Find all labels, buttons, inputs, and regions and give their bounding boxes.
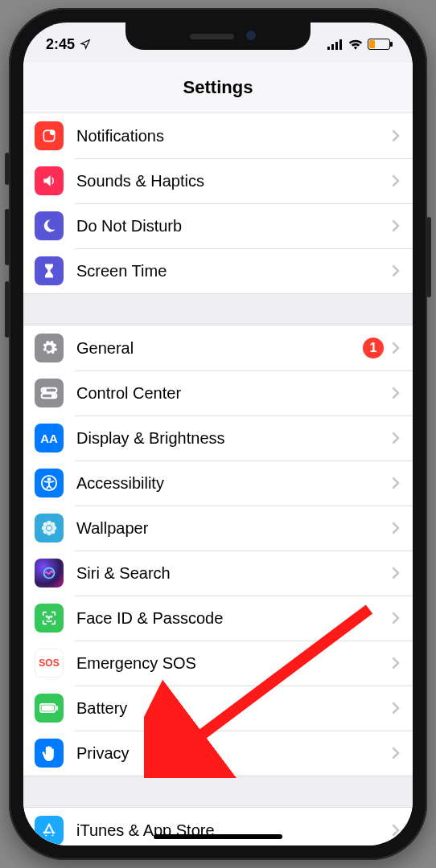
notifications-icon bbox=[35, 121, 64, 150]
sos-icon: SOS bbox=[35, 649, 64, 678]
chevron-right-icon bbox=[392, 657, 400, 669]
chevron-right-icon bbox=[392, 387, 400, 399]
section-gap bbox=[23, 776, 413, 808]
row-display[interactable]: AA Display & Brightness bbox=[23, 416, 413, 461]
battery-icon bbox=[368, 39, 390, 50]
svg-point-18 bbox=[51, 522, 56, 527]
svg-point-5 bbox=[50, 130, 56, 136]
row-label: Face ID & Passcode bbox=[76, 609, 392, 628]
appstore-icon bbox=[35, 816, 64, 845]
row-label: Do Not Disturb bbox=[76, 217, 392, 235]
row-label: Accessibility bbox=[76, 474, 392, 493]
row-label: Siri & Search bbox=[76, 564, 392, 583]
hand-icon bbox=[35, 739, 64, 768]
gear-icon bbox=[35, 334, 64, 362]
row-privacy[interactable]: Privacy bbox=[23, 731, 413, 776]
chevron-right-icon bbox=[392, 747, 400, 760]
svg-point-7 bbox=[43, 389, 46, 391]
chevron-right-icon bbox=[392, 567, 400, 579]
chevron-right-icon bbox=[392, 129, 400, 142]
svg-point-22 bbox=[47, 616, 47, 616]
siri-icon bbox=[35, 559, 64, 588]
row-screentime[interactable]: Screen Time bbox=[23, 248, 413, 293]
chevron-right-icon bbox=[392, 432, 400, 444]
row-label: Notifications bbox=[76, 127, 392, 145]
row-battery[interactable]: Battery bbox=[23, 686, 413, 731]
row-label: General bbox=[76, 339, 363, 358]
row-accessibility[interactable]: Accessibility bbox=[23, 461, 413, 506]
svg-point-19 bbox=[43, 530, 48, 534]
chevron-right-icon bbox=[392, 477, 400, 489]
row-label: Control Center bbox=[76, 384, 392, 403]
row-label: Privacy bbox=[76, 744, 392, 763]
notification-badge: 1 bbox=[363, 338, 384, 358]
svg-point-20 bbox=[51, 530, 56, 534]
row-sos[interactable]: SOS Emergency SOS bbox=[23, 641, 413, 686]
row-dnd[interactable]: Do Not Disturb bbox=[23, 203, 413, 248]
flower-icon bbox=[35, 514, 64, 542]
chevron-right-icon bbox=[392, 342, 400, 354]
screen: 2:45 Settings Noti bbox=[23, 23, 413, 845]
svg-point-17 bbox=[43, 522, 48, 527]
row-controlcenter[interactable]: Control Center bbox=[23, 371, 413, 416]
row-sounds[interactable]: Sounds & Haptics bbox=[23, 158, 413, 203]
battery-icon bbox=[35, 694, 64, 723]
row-notifications[interactable]: Notifications bbox=[23, 113, 413, 158]
chevron-right-icon bbox=[392, 612, 400, 624]
power-button bbox=[426, 217, 431, 297]
mute-switch bbox=[5, 153, 10, 185]
row-itunes[interactable]: iTunes & App Store bbox=[23, 808, 413, 845]
svg-point-12 bbox=[47, 526, 51, 530]
aa-icon: AA bbox=[35, 424, 64, 452]
home-indicator[interactable] bbox=[154, 834, 282, 839]
chevron-right-icon bbox=[392, 264, 400, 277]
chevron-right-icon bbox=[392, 174, 400, 187]
row-siri[interactable]: Siri & Search bbox=[23, 551, 413, 596]
row-wallpaper[interactable]: Wallpaper bbox=[23, 506, 413, 551]
row-label: Battery bbox=[76, 699, 392, 718]
chevron-right-icon bbox=[392, 824, 400, 837]
svg-rect-2 bbox=[335, 42, 338, 50]
svg-rect-3 bbox=[339, 39, 342, 50]
volume-down-button bbox=[5, 281, 10, 338]
svg-point-9 bbox=[52, 395, 55, 397]
status-time: 2:45 bbox=[46, 36, 75, 53]
chevron-right-icon bbox=[392, 522, 400, 534]
speaker-icon bbox=[35, 166, 64, 195]
row-label: Sounds & Haptics bbox=[76, 172, 392, 190]
svg-point-11 bbox=[48, 478, 51, 481]
svg-rect-1 bbox=[331, 44, 334, 50]
chevron-right-icon bbox=[392, 219, 400, 232]
row-faceid[interactable]: Face ID & Passcode bbox=[23, 596, 413, 641]
wifi-icon bbox=[348, 39, 363, 50]
notch bbox=[125, 23, 311, 50]
svg-rect-25 bbox=[42, 706, 54, 711]
svg-rect-26 bbox=[56, 706, 59, 710]
settings-group-1: Notifications Sounds & Haptics Do Not Di… bbox=[23, 113, 413, 293]
accessibility-icon bbox=[35, 469, 64, 497]
hourglass-icon bbox=[35, 256, 64, 285]
device-frame: 2:45 Settings Noti bbox=[9, 8, 427, 860]
settings-group-2: General 1 Control Center AA Display & Br… bbox=[23, 326, 413, 776]
section-gap bbox=[23, 293, 413, 326]
page-title: Settings bbox=[23, 63, 413, 113]
row-general[interactable]: General 1 bbox=[23, 326, 413, 371]
settings-group-3: iTunes & App Store bbox=[23, 808, 413, 845]
svg-rect-0 bbox=[327, 47, 330, 50]
moon-icon bbox=[35, 211, 64, 240]
location-arrow-icon bbox=[80, 39, 91, 50]
cellular-signal-icon bbox=[327, 39, 343, 50]
row-label: Emergency SOS bbox=[76, 654, 392, 673]
svg-point-23 bbox=[51, 616, 51, 616]
faceid-icon bbox=[35, 604, 64, 633]
volume-up-button bbox=[5, 209, 10, 265]
chevron-right-icon bbox=[392, 702, 400, 714]
row-label: Display & Brightness bbox=[76, 429, 392, 448]
toggles-icon bbox=[35, 379, 64, 407]
row-label: Screen Time bbox=[76, 262, 392, 280]
row-label: Wallpaper bbox=[76, 519, 392, 538]
